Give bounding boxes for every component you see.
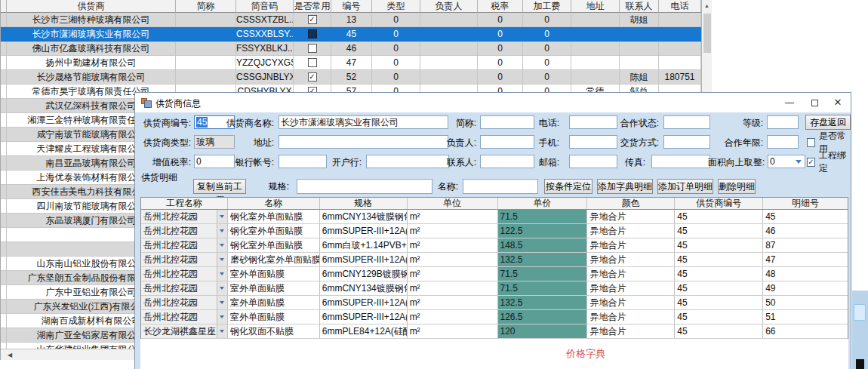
coop-status-field[interactable] (663, 115, 710, 129)
project-combo-cell[interactable]: 岳州北控花园 (141, 267, 228, 281)
combo-dropdown-button[interactable] (217, 238, 227, 252)
supplier-id-cell[interactable]: 45 (331, 27, 372, 42)
add-order-detail-button[interactable]: 添加订单明细 (657, 179, 713, 194)
detail-row[interactable]: 岳州北控花园 室外单面贴膜 6mmSUPER-III+12A(硅... m² 1… (141, 296, 848, 310)
supplier-common-cell[interactable]: ✓ (294, 13, 331, 27)
detail-row[interactable]: 岳州北控花园 室外单面贴膜 6mmCNY129B镀膜钢化 m² 71.5 异地合… (141, 267, 848, 281)
detail-unit-cell[interactable]: m² (408, 296, 498, 309)
supplier-address-cell[interactable] (571, 13, 620, 27)
detail-column-detail-id[interactable]: 明细号 (763, 198, 848, 209)
detail-row[interactable]: 长沙龙湖祺鑫星座 钢化双面不贴膜 6mmPLE84+12A(硅酮胶... m² … (141, 324, 848, 339)
detail-supplier-id-cell[interactable]: 45 (675, 253, 763, 266)
scroll-left-icon[interactable]: ◀ (8, 349, 12, 361)
detail-color-cell[interactable]: 异地合片 (587, 253, 675, 266)
supplier-common-cell[interactable]: ✓ (294, 70, 331, 85)
project-bind-checkbox[interactable]: ✓ 工程绑定 (807, 156, 851, 168)
detail-column-name[interactable]: 名称 (228, 198, 320, 209)
column-header-type[interactable]: 类型 (372, 0, 420, 13)
combo-dropdown-button[interactable] (217, 296, 227, 309)
detail-supplier-id-cell[interactable]: 45 (675, 281, 763, 295)
supplier-manager-cell[interactable] (420, 13, 478, 27)
supplier-type-field[interactable]: 玻璃 (194, 135, 235, 149)
detail-spec-cell[interactable]: 6mmSUPER-III+12A(硅... (320, 296, 408, 309)
supplier-abbr-cell[interactable] (176, 42, 236, 56)
column-header-address[interactable]: 地址 (571, 0, 620, 13)
supplier-type-cell[interactable]: 0 (372, 27, 420, 42)
supplier-contact-cell[interactable] (620, 27, 659, 42)
supplier-code-cell[interactable]: CSSSXTZBL... (236, 13, 294, 27)
supplier-phone-cell[interactable] (659, 56, 701, 70)
detail-supplier-id-cell[interactable]: 45 (675, 224, 763, 238)
detail-unit-cell[interactable]: m² (408, 210, 498, 223)
detail-supplier-id-cell[interactable]: 45 (675, 324, 763, 338)
detail-supplier-id-cell[interactable]: 45 (675, 296, 763, 309)
supplier-fee-cell[interactable]: 0 (523, 56, 571, 70)
detail-spec-cell[interactable]: 6mmSUPER-III+12A(硅... (320, 224, 408, 238)
supplier-contact-cell[interactable]: 胡姐 (620, 13, 659, 27)
combo-dropdown-button[interactable] (217, 210, 227, 223)
checkbox-icon[interactable]: ✓ (308, 72, 317, 81)
vertical-scroll-thumb[interactable] (703, 14, 711, 53)
supplier-fee-cell[interactable]: 0 (523, 27, 571, 42)
supplier-name-cell[interactable]: 长沙市三湘特种玻璃有限公司 (7, 13, 176, 27)
detail-unit-cell[interactable]: m² (408, 324, 498, 338)
detail-row[interactable]: 岳州北控花园 钢化室外单面贴膜 6mm白玻+1.14PVB+6mm... m² … (141, 238, 848, 253)
supplier-row[interactable]: 长沙晟格节能玻璃有限公司 CSSGJNBLYXGS ✓ 52 0 0 0 陈姐 … (1, 70, 701, 85)
detail-id-cell[interactable]: 66 (763, 324, 848, 338)
column-header-tax[interactable]: 税率 (478, 0, 523, 13)
supplier-code-cell[interactable]: CSSXXBLSY... (236, 27, 294, 42)
detail-unit-cell[interactable]: m² (408, 281, 498, 295)
supplier-manager-cell[interactable] (420, 27, 478, 42)
supplier-type-cell[interactable]: 0 (372, 42, 420, 56)
detail-column-unit[interactable]: 单位 (408, 198, 498, 209)
detail-name-cell[interactable]: 室外单面贴膜 (228, 267, 320, 281)
checkbox-icon[interactable] (308, 44, 317, 53)
combo-dropdown-button[interactable] (217, 310, 227, 324)
supplier-manager-cell[interactable] (420, 42, 478, 56)
maximize-button[interactable] (802, 93, 827, 112)
detail-id-cell[interactable]: 45 (763, 210, 848, 223)
supplier-name-field[interactable]: 长沙市潇湘玻璃实业有限公司 (279, 115, 448, 129)
detail-column-price[interactable]: 单价 (498, 198, 588, 209)
area-round-up-select[interactable]: 0 (768, 155, 805, 168)
name-filter-input[interactable] (463, 179, 538, 194)
detail-unit-cell[interactable]: m² (408, 253, 498, 266)
detail-price-cell[interactable]: 71.5 (498, 210, 588, 223)
project-combo-cell[interactable]: 岳州北控花园 (141, 238, 228, 252)
supplier-address-cell[interactable] (571, 56, 620, 70)
supplier-name-cell[interactable]: 佛山市亿鑫玻璃科技有限公司 (7, 42, 176, 56)
supplier-row[interactable]: 佛山市亿鑫玻璃科技有限公司 FSSYXBLKJ... 46 0 0 0 (1, 42, 701, 56)
coop-years-field[interactable] (767, 135, 799, 149)
combo-dropdown-button[interactable] (217, 224, 227, 238)
detail-price-cell[interactable]: 126.5 (498, 310, 588, 324)
supplier-type-cell[interactable]: 0 (372, 70, 420, 85)
detail-id-cell[interactable]: 47 (763, 253, 848, 266)
combo-dropdown-button[interactable] (217, 324, 227, 338)
detail-supplier-id-cell[interactable]: 45 (675, 310, 763, 324)
column-header-supplier[interactable]: 供货商 (7, 0, 176, 13)
detail-name-cell[interactable]: 钢化双面不贴膜 (228, 324, 320, 338)
column-header-id[interactable]: 编号 (331, 0, 372, 13)
supplier-code-cell[interactable]: CSSGJNBLYXGS (236, 70, 294, 85)
detail-unit-cell[interactable]: m² (408, 267, 498, 281)
supplier-abbr-cell[interactable] (176, 56, 236, 70)
detail-price-cell[interactable]: 132.5 (498, 253, 588, 266)
supplier-phone-cell[interactable]: 180751 (659, 70, 701, 85)
project-combo-cell[interactable]: 岳州北控花园 (141, 296, 228, 309)
supplier-id-cell[interactable]: 47 (331, 56, 372, 70)
spec-filter-input[interactable] (297, 179, 432, 194)
detail-price-cell[interactable]: 148.5 (498, 238, 588, 252)
detail-row[interactable]: 岳州北控花园 钢化室外单面贴膜 6mmSUPER-III+12A(硅... m²… (141, 224, 848, 238)
supplier-abbr-cell[interactable] (176, 13, 236, 27)
detail-name-cell[interactable]: 室外单面贴膜 (228, 281, 320, 295)
detail-id-cell[interactable]: 46 (763, 224, 848, 238)
close-button[interactable]: ✕ (825, 93, 851, 112)
supplier-address-cell[interactable] (571, 42, 620, 56)
column-header-fee[interactable]: 加工费 (523, 0, 571, 13)
detail-row[interactable]: 岳州北控花园 磨砂钢化室外单面贴膜 6mmSUPER-III+12A(硅... … (141, 253, 848, 267)
detail-unit-cell[interactable]: m² (408, 238, 498, 252)
detail-spec-cell[interactable]: 6mmSUPER-III+12A(硅... (320, 253, 408, 266)
supplier-common-cell[interactable] (294, 42, 331, 56)
detail-spec-cell[interactable]: 6mmPLE84+12A(硅酮胶... (320, 324, 408, 338)
detail-price-cell[interactable]: 132.5 (498, 296, 588, 309)
